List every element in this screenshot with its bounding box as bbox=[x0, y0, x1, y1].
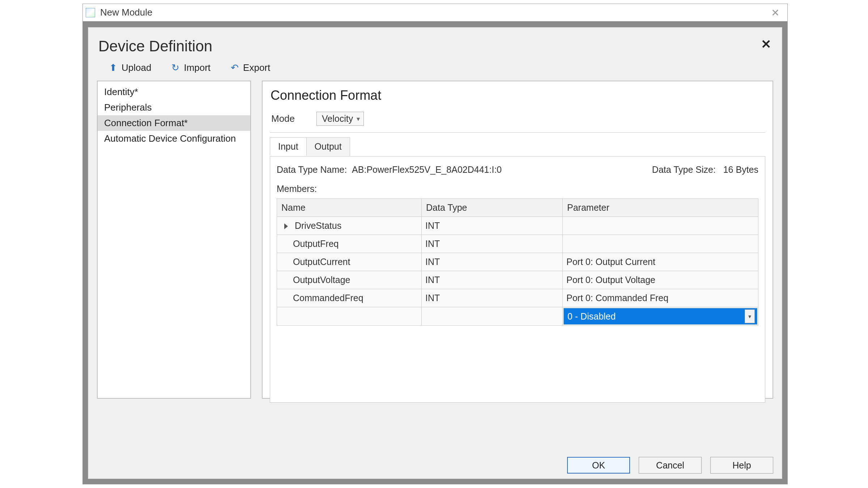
window-body: Device Definition ✕ ⬆ Upload ↻ Import ↶ … bbox=[83, 21, 787, 484]
member-datatype: INT bbox=[422, 271, 563, 289]
nav-pane: Identity* Peripherals Connection Format*… bbox=[97, 81, 251, 399]
col-header-parameter[interactable]: Parameter bbox=[563, 199, 758, 217]
member-datatype-empty[interactable] bbox=[422, 307, 563, 326]
members-grid: Name Data Type Parameter bbox=[277, 198, 758, 326]
nav-item-peripherals[interactable]: Peripherals bbox=[98, 100, 250, 115]
members-label: Members: bbox=[277, 184, 758, 194]
member-name: OutputVoltage bbox=[293, 275, 350, 285]
tabs-content: Data Type Name: AB:PowerFlex525V_E_8A02D… bbox=[270, 156, 765, 403]
section-title: Connection Format bbox=[271, 88, 765, 103]
import-icon: ↻ bbox=[171, 62, 179, 73]
data-type-name-value: AB:PowerFlex525V_E_8A02D441:I:0 bbox=[352, 164, 502, 175]
member-datatype: INT bbox=[422, 253, 563, 271]
app-icon bbox=[86, 8, 95, 17]
table-row[interactable]: OutputVoltage INT Port 0: Output Voltage bbox=[277, 271, 758, 289]
table-row[interactable]: CommandedFreq INT Port 0: Commanded Freq bbox=[277, 289, 758, 307]
panel-title: Device Definition bbox=[98, 38, 772, 55]
export-label: Export bbox=[243, 62, 270, 73]
parameter-select-value: 0 - Disabled bbox=[567, 311, 616, 322]
member-datatype: INT bbox=[422, 217, 563, 235]
window-title: New Module bbox=[100, 7, 153, 18]
member-name: OutputFreq bbox=[293, 239, 339, 249]
mode-select[interactable]: Velocity ▾ bbox=[316, 112, 364, 126]
panel-close-button[interactable]: ✕ bbox=[761, 37, 771, 51]
parameter-select[interactable]: 0 - Disabled ▾ bbox=[563, 308, 757, 325]
table-row[interactable]: DriveStatus INT bbox=[277, 217, 758, 235]
mode-value: Velocity bbox=[322, 114, 353, 124]
upload-label: Upload bbox=[122, 62, 151, 73]
upload-icon: ⬆ bbox=[109, 62, 117, 73]
data-type-size-value: 16 Bytes bbox=[723, 164, 758, 175]
window-new-module: New Module ✕ Device Definition ✕ ⬆ Uploa… bbox=[82, 4, 788, 484]
member-name: OutputCurrent bbox=[293, 257, 350, 267]
dropdown-button[interactable]: ▾ bbox=[745, 309, 755, 323]
table-row[interactable]: OutputFreq INT bbox=[277, 235, 758, 253]
member-name: DriveStatus bbox=[295, 221, 341, 231]
col-header-name[interactable]: Name bbox=[277, 199, 422, 217]
import-button[interactable]: ↻ Import bbox=[171, 62, 210, 73]
ok-button[interactable]: OK bbox=[567, 457, 630, 474]
chevron-down-icon: ▾ bbox=[357, 115, 360, 123]
help-button[interactable]: Help bbox=[710, 457, 773, 474]
mode-label: Mode bbox=[271, 113, 295, 124]
device-definition-panel: Device Definition ✕ ⬆ Upload ↻ Import ↶ … bbox=[88, 27, 782, 479]
expand-icon[interactable] bbox=[284, 223, 288, 229]
member-datatype: INT bbox=[422, 235, 563, 253]
tab-input[interactable]: Input bbox=[270, 137, 307, 156]
member-name-empty[interactable] bbox=[277, 307, 422, 326]
data-type-name-label: Data Type Name: bbox=[277, 164, 347, 175]
titlebar: New Module ✕ bbox=[83, 4, 787, 21]
footer-buttons: OK Cancel Help bbox=[567, 457, 773, 474]
toolbar: ⬆ Upload ↻ Import ↶ Export bbox=[97, 62, 773, 81]
table-row[interactable]: OutputCurrent INT Port 0: Output Current bbox=[277, 253, 758, 271]
export-button[interactable]: ↶ Export bbox=[231, 62, 270, 73]
member-name: CommandedFreq bbox=[293, 293, 363, 303]
col-header-datatype[interactable]: Data Type bbox=[422, 199, 563, 217]
window-close-button[interactable]: ✕ bbox=[768, 6, 782, 19]
tabstrip: Input Output bbox=[270, 137, 765, 156]
import-label: Import bbox=[184, 62, 210, 73]
data-type-size-label: Data Type Size: bbox=[652, 164, 716, 175]
chevron-down-icon: ▾ bbox=[748, 313, 751, 320]
grid-header-row: Name Data Type Parameter bbox=[277, 199, 758, 217]
upload-button[interactable]: ⬆ Upload bbox=[109, 62, 151, 73]
nav-item-auto-device-config[interactable]: Automatic Device Configuration bbox=[98, 131, 250, 146]
tab-output[interactable]: Output bbox=[306, 137, 350, 156]
member-parameter[interactable] bbox=[563, 217, 758, 235]
member-parameter[interactable]: Port 0: Output Voltage bbox=[563, 271, 758, 289]
nav-item-identity[interactable]: Identity* bbox=[98, 84, 250, 100]
table-row-new[interactable]: 0 - Disabled ▾ bbox=[277, 307, 758, 326]
member-parameter[interactable]: Port 0: Output Current bbox=[563, 253, 758, 271]
main-pane: Connection Format Mode Velocity ▾ Input bbox=[262, 81, 773, 399]
member-parameter[interactable]: Port 0: Commanded Freq bbox=[563, 289, 758, 307]
member-datatype: INT bbox=[422, 289, 563, 307]
nav-item-connection-format[interactable]: Connection Format* bbox=[98, 115, 250, 131]
export-icon: ↶ bbox=[231, 62, 239, 73]
cancel-button[interactable]: Cancel bbox=[639, 457, 702, 474]
member-parameter[interactable] bbox=[563, 235, 758, 253]
